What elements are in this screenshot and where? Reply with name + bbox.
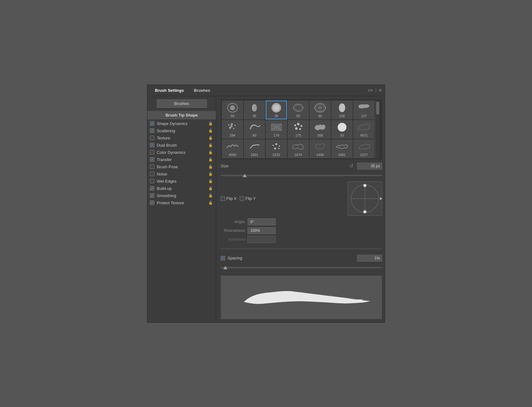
spacing-checkbox-label[interactable]: Spacing [221,256,242,260]
sidebar-item-smoothing[interactable]: Smoothing 🔓 [147,192,216,199]
spacing-value-input[interactable] [357,255,382,262]
brush-cell-1[interactable]: 35 [244,101,265,119]
hardness-row: Hardness [221,236,382,243]
checkbox-smoothing[interactable] [150,193,154,198]
brush-cell-20[interactable]: 1227 [353,139,375,158]
roundness-label: Roundness: [221,228,246,233]
size-reset-button[interactable]: ↺ [348,163,355,169]
label-build-up: Build-up [156,186,207,191]
checkbox-flip-x[interactable] [221,196,225,201]
lock-icon-smoothing: 🔓 [208,194,213,198]
spacing-slider-thumb[interactable] [223,266,228,269]
sidebar-item-shape-dynamics[interactable]: Shape Dynamics 🔓 [147,120,216,127]
sidebar-item-build-up[interactable]: Build-up 🔓 [147,185,216,192]
brush-cell-8[interactable]: 80 [244,120,265,139]
sidebar-item-color-dynamics[interactable]: Color Dynamics 🔓 [147,149,216,156]
brush-cell-11[interactable]: 306 [309,120,331,139]
sidebar-item-scattering[interactable]: Scattering 🔓 [147,127,216,134]
brush-cell-4[interactable]: 60 [309,101,331,119]
angle-dial[interactable] [348,181,382,216]
svg-point-16 [234,125,236,126]
lock-icon-noise: 🔓 [208,172,213,176]
checkbox-wet-edges[interactable] [150,179,154,183]
brush-cell-12[interactable]: 50 [331,120,353,139]
spacing-slider-track[interactable] [221,267,382,268]
brushes-button[interactable]: Brushes [157,99,207,108]
spacing-label: Spacing [226,256,242,260]
brush-preview-0 [226,102,239,113]
label-noise: Noise [156,172,207,176]
brush-cell-0[interactable]: 50 [222,101,243,119]
flip-y-checkbox-label[interactable]: Flip Y [240,196,256,201]
size-slider-thumb[interactable] [243,174,247,177]
svg-point-6 [293,104,303,112]
checkbox-spacing[interactable] [221,256,225,260]
checkbox-texture[interactable] [150,136,154,140]
sidebar-item-transfer[interactable]: Transfer 🔓 [147,156,216,163]
brush-cell-9[interactable]: 174 [266,120,287,139]
svg-point-30 [273,145,274,146]
checkbox-brush-pose[interactable] [150,164,154,169]
hardness-slider-row[interactable] [221,245,382,252]
lock-icon-shape-dynamics: 🔓 [208,122,213,126]
sidebar-item-protect-texture[interactable]: Protect Texture 🔓 [147,199,216,206]
brush-cell-3[interactable]: 50 [288,101,309,119]
brush-cell-14[interactable]: 4990 [222,139,243,158]
svg-point-18 [233,128,234,129]
flip-row: Flip X Flip Y [221,181,382,216]
brush-cell-13[interactable]: 4971 [353,120,375,139]
brush-cell-7[interactable]: 284 [222,120,243,139]
scrollbar-thumb[interactable] [376,102,379,114]
flip-x-checkbox-label[interactable]: Flip X [221,196,237,201]
angle-controls: Angle: Roundness: Hardness [221,218,382,243]
checkbox-shape-dynamics[interactable] [150,121,154,126]
brush-cell-18[interactable]: 1406 [309,139,331,158]
brush-cell-6[interactable]: 127 [353,101,375,119]
sidebar-item-noise[interactable]: Noise 🔓 [147,170,216,178]
spacing-slider-row[interactable] [221,264,382,271]
sidebar-item-brush-pose[interactable]: Brush Pose 🔓 [147,163,216,170]
svg-point-32 [279,145,280,147]
checkbox-noise[interactable] [150,172,154,176]
svg-point-33 [274,148,276,149]
label-transfer: Transfer [156,157,207,162]
header-icons: >> | ≡ [368,88,381,93]
svg-point-45 [258,303,258,304]
checkbox-transfer[interactable] [150,157,154,162]
sidebar-item-dual-brush[interactable]: Dual Brush 🔓 [147,142,216,149]
checkbox-flip-y[interactable] [240,196,244,201]
svg-point-31 [275,143,277,145]
svg-point-42 [331,295,332,296]
roundness-input[interactable] [248,227,276,234]
sidebar-item-wet-edges[interactable]: Wet Edges 🔓 [147,178,216,185]
checkbox-protect-texture[interactable] [150,201,154,205]
brush-cell-16[interactable]: 2232 [266,139,287,158]
tab-brush-settings[interactable]: Brush Settings [151,87,188,94]
brush-cell-17[interactable]: 1674 [288,139,309,158]
hardness-slider-track[interactable] [221,248,382,249]
brush-cell-15[interactable]: 1801 [244,139,265,158]
svg-point-13 [339,103,345,112]
size-slider-row[interactable] [221,172,382,179]
brush-cell-5[interactable]: 100 [331,101,353,119]
size-value-input[interactable] [357,163,382,170]
brush-cell-19[interactable]: 2961 [331,139,353,158]
checkbox-scattering[interactable] [150,128,154,133]
expand-arrows-icon[interactable]: >> [368,88,373,93]
flip-y-label: Flip Y [245,196,256,201]
menu-icon[interactable]: ≡ [379,88,381,93]
sidebar-item-texture[interactable]: Texture 🔓 [147,134,216,142]
brush-cell-2[interactable]: 35 [266,101,287,119]
angle-input[interactable] [248,218,276,225]
sidebar-item-brush-tip-shape[interactable]: Brush Tip Shape [147,111,216,119]
size-slider-track[interactable] [221,175,382,176]
checkbox-build-up[interactable] [150,186,154,190]
lock-icon-wet-edges: 🔓 [208,179,213,183]
brush-grid-scrollbar[interactable] [375,101,380,158]
svg-point-12 [318,106,322,109]
svg-point-44 [285,302,285,302]
checkbox-color-dynamics[interactable] [150,150,154,154]
tab-brushes[interactable]: Brushes [189,87,214,94]
checkbox-dual-brush[interactable] [150,143,154,147]
brush-cell-10[interactable]: 175 [288,120,309,139]
